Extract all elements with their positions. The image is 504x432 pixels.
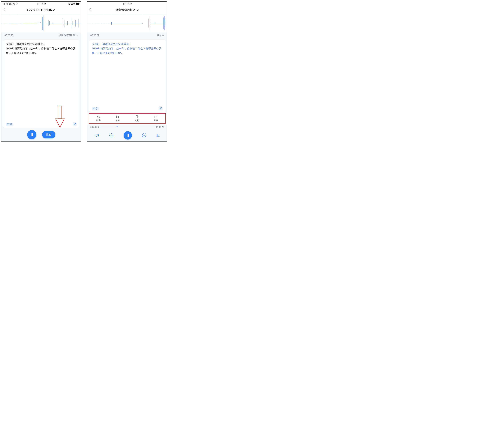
svg-text:10s: 10s	[143, 135, 145, 136]
action-label: 分享	[154, 119, 158, 122]
svg-line-83	[156, 116, 157, 117]
status-bar: 下午 7:28	[87, 1, 167, 6]
crop-icon	[116, 115, 119, 119]
transcript-line: 2020年就要结束了，这一年，你收获了什么？有哪些开心的事，不如分享给我们的吧。	[6, 46, 77, 55]
nav-bar: 录音识别四川话	[87, 6, 167, 14]
transcript-line: 大家好，谢谢你们的支持和鼓励！	[6, 42, 77, 46]
action-label: 翻译	[96, 119, 101, 122]
svg-rect-7	[76, 3, 79, 4]
share-button[interactable]: 分享	[146, 114, 166, 123]
battery-icon	[76, 3, 80, 5]
svg-rect-45	[32, 133, 33, 136]
elapsed-time: 00:00:09	[90, 34, 99, 37]
waveform-display[interactable]	[87, 14, 167, 33]
carrier-label: 中国移动	[6, 2, 15, 5]
status-bar: 中国移动 下午 7:28 88%	[1, 1, 81, 6]
playback-status: 播放中	[157, 34, 164, 37]
forward-10s-button[interactable]: 10s	[141, 133, 147, 138]
edit-title-icon[interactable]	[136, 9, 139, 11]
chevron-down-icon	[76, 35, 78, 36]
svg-text:10s: 10s	[110, 135, 113, 136]
meta-row: 00:00:09 播放中	[87, 33, 167, 38]
expand-button[interactable]	[159, 107, 162, 110]
content-area: 大家好，谢谢你们的支持和鼓励！ 2020年就要结束了，这一年，你收获了什么？有哪…	[1, 38, 81, 128]
alarm-icon	[68, 3, 70, 5]
svg-rect-3	[5, 3, 5, 5]
pause-button[interactable]	[27, 130, 36, 139]
elapsed-time: 00:00:25	[4, 34, 13, 37]
signal-icon	[3, 3, 6, 5]
progress-row: 00:00:09 00:00:29	[87, 125, 167, 129]
transcript-card[interactable]: 大家好，谢谢你们的支持和鼓励！ 2020年就要结束了，这一年，你收获了什么？有哪…	[3, 40, 79, 128]
phone-left: 中国移动 下午 7:28 88% 转文字1211192516	[1, 1, 81, 142]
phone-right: 下午 7:28 录音识别四川话	[87, 1, 167, 142]
transcript-line: 2020年就要结束了，这一年，你收获了什么？有哪些开心的事，不如分享给我们的吧。	[92, 46, 162, 55]
copy-icon	[135, 115, 138, 119]
word-count-badge: 57字	[92, 107, 99, 110]
copy-button[interactable]: 复制	[127, 114, 146, 123]
meta-row: 00:00:25 通用场景/四川话	[1, 33, 81, 38]
back-button[interactable]	[3, 8, 5, 12]
page-title: 录音识别四川话	[116, 8, 135, 12]
svg-rect-85	[127, 134, 127, 137]
svg-rect-1	[4, 4, 4, 5]
crop-button[interactable]: 裁剪	[108, 114, 127, 123]
clock-label: 下午 7:28	[37, 2, 46, 5]
progress-total: 00:00:29	[156, 126, 164, 128]
scene-picker[interactable]: 通用场景/四川话	[59, 34, 78, 37]
volume-button[interactable]	[94, 133, 99, 137]
expand-button[interactable]	[73, 122, 77, 126]
back-button[interactable]	[89, 8, 91, 12]
edit-title-icon[interactable]	[53, 9, 55, 11]
translate-icon	[97, 115, 100, 119]
page-title: 转文字1211192516	[27, 8, 52, 12]
bottom-controls: 保存	[1, 128, 81, 141]
transcript-line: 大家好，谢谢你们的支持和鼓励！	[92, 42, 162, 46]
word-count-badge: 57字	[6, 123, 13, 126]
speed-button[interactable]: 1x	[156, 133, 160, 137]
share-icon	[154, 115, 158, 119]
rewind-10s-button[interactable]: 10s	[108, 133, 114, 138]
progress-current: 00:00:09	[90, 126, 99, 128]
save-button[interactable]: 保存	[42, 131, 55, 138]
nav-bar: 转文字1211192516	[1, 6, 81, 14]
progress-slider[interactable]	[100, 127, 154, 127]
svg-rect-8	[79, 3, 80, 4]
action-label: 复制	[135, 119, 139, 122]
svg-rect-2	[4, 3, 5, 5]
pause-button[interactable]	[124, 131, 132, 140]
svg-point-4	[17, 4, 17, 5]
svg-rect-44	[31, 133, 32, 136]
transcript-card[interactable]: 大家好，谢谢你们的支持和鼓励！ 2020年就要结束了，这一年，你收获了什么？有哪…	[89, 40, 165, 112]
action-row: 翻译 裁剪 复制 分享	[89, 113, 166, 124]
content-area: 大家好，谢谢你们的支持和鼓励！ 2020年就要结束了，这一年，你收获了什么？有哪…	[87, 38, 167, 112]
player-controls: 10s 10s 1x	[87, 129, 167, 141]
action-label: 裁剪	[116, 119, 120, 122]
waveform-display[interactable]	[1, 14, 81, 33]
clock-label: 下午 7:28	[123, 2, 132, 5]
battery-label: 88%	[71, 3, 75, 5]
translate-button[interactable]: 翻译	[89, 114, 108, 123]
svg-rect-79	[136, 116, 138, 118]
wifi-icon	[16, 3, 18, 5]
scene-label: 通用场景/四川话	[59, 34, 75, 37]
svg-rect-86	[128, 134, 129, 137]
svg-rect-0	[3, 4, 3, 5]
